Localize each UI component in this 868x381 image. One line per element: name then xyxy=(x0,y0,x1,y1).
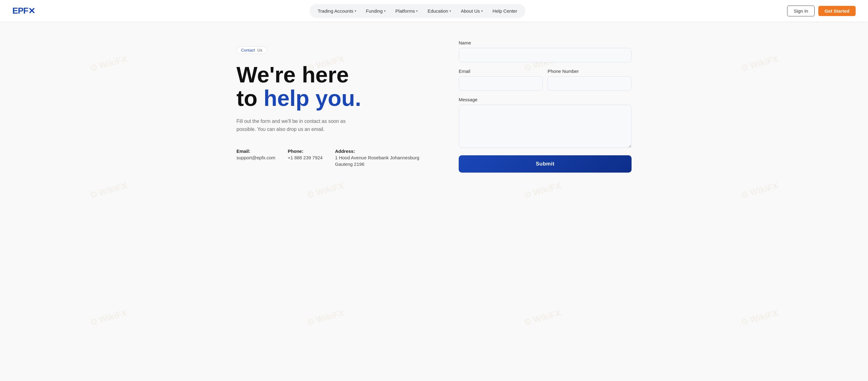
phone-input[interactable] xyxy=(548,76,631,91)
nav-center: Trading Accounts ▾ Funding ▾ Platforms ▾… xyxy=(48,4,787,18)
address-line1: 1 Hood Avenue Rosebank Johannesburg xyxy=(335,155,419,160)
hero-title-highlight: help you. xyxy=(264,86,361,111)
logo[interactable]: EPF✕ xyxy=(12,6,35,16)
breadcrumb-contact: Contact xyxy=(241,48,255,53)
name-field-group: Name xyxy=(459,40,631,62)
submit-button[interactable]: Submit xyxy=(459,155,631,173)
get-started-button[interactable]: Get Started xyxy=(818,6,856,16)
watermark-item: ⊙ WikiFX xyxy=(0,0,230,153)
nav-item-funding[interactable]: Funding ▾ xyxy=(362,6,390,16)
nav-right: Sign In Get Started xyxy=(787,5,856,17)
chevron-down-icon: ▾ xyxy=(355,9,356,13)
chevron-down-icon: ▾ xyxy=(481,9,483,13)
left-panel: Contact Us We're here to help you. Fill … xyxy=(237,40,434,173)
email-phone-row: Email Phone Number xyxy=(459,68,631,91)
message-field-group: Message xyxy=(459,97,631,149)
watermark-item: ⊙ WikiFX xyxy=(0,228,230,381)
nav-item-trading-accounts[interactable]: Trading Accounts ▾ xyxy=(313,6,360,16)
contact-address-item: Address: 1 Hood Avenue Rosebank Johannes… xyxy=(335,148,419,167)
nav-links-container: Trading Accounts ▾ Funding ▾ Platforms ▾… xyxy=(310,4,525,18)
chevron-down-icon: ▾ xyxy=(450,9,451,13)
contact-email-item: Email: support@epfx.com xyxy=(237,148,275,167)
breadcrumb: Contact Us xyxy=(237,46,267,54)
email-label: Email: xyxy=(237,148,275,154)
contact-form: Name Email Phone Number Message Submit xyxy=(459,40,631,173)
logo-text: EPF xyxy=(12,6,28,16)
hero-subtitle: Fill out the form and we'll be in contac… xyxy=(237,117,366,133)
watermark-item: ⊙ WikiFX xyxy=(421,228,664,381)
nav-item-about-us[interactable]: About Us ▾ xyxy=(457,6,487,16)
message-label: Message xyxy=(459,97,631,102)
nav-item-help-center[interactable]: Help Center xyxy=(488,6,522,16)
name-input[interactable] xyxy=(459,48,631,62)
chevron-down-icon: ▾ xyxy=(384,9,385,13)
main-content: Contact Us We're here to help you. Fill … xyxy=(218,22,650,197)
right-panel: Name Email Phone Number Message Submit xyxy=(459,40,631,173)
address-line2: Gauteng 2196 xyxy=(335,162,419,167)
phone-label: Phone Number xyxy=(548,68,631,74)
name-label: Name xyxy=(459,40,631,46)
watermark-item: ⊙ WikiFX xyxy=(204,228,447,381)
email-label: Email xyxy=(459,68,542,74)
hero-title: We're here to help you. xyxy=(237,63,434,110)
phone-label: Phone: xyxy=(288,148,322,154)
message-textarea[interactable] xyxy=(459,105,631,148)
watermark-item: ⊙ WikiFX xyxy=(0,101,230,280)
contact-info: Email: support@epfx.com Phone: +1 888 23… xyxy=(237,148,434,167)
watermark-item: ⊙ WikiFX xyxy=(638,101,868,280)
hero-title-line2-plain: to xyxy=(237,86,264,111)
watermark-item: ⊙ WikiFX xyxy=(638,0,868,153)
chevron-down-icon: ▾ xyxy=(416,9,417,13)
email-field-group: Email xyxy=(459,68,542,91)
nav-item-education[interactable]: Education ▾ xyxy=(423,6,455,16)
signin-button[interactable]: Sign In xyxy=(787,5,815,17)
contact-phone-item: Phone: +1 888 239 7924 xyxy=(288,148,322,167)
email-value: support@epfx.com xyxy=(237,155,275,160)
hero-title-line1: We're here xyxy=(237,62,349,87)
phone-value: +1 888 239 7924 xyxy=(288,155,322,160)
logo-x-icon: ✕ xyxy=(28,6,35,16)
phone-field-group: Phone Number xyxy=(548,68,631,91)
email-input[interactable] xyxy=(459,76,542,91)
breadcrumb-current: Us xyxy=(257,48,262,53)
navbar: EPF✕ Trading Accounts ▾ Funding ▾ Platfo… xyxy=(0,0,868,22)
address-label: Address: xyxy=(335,148,419,154)
watermark-item: ⊙ WikiFX xyxy=(638,228,868,381)
nav-item-platforms[interactable]: Platforms ▾ xyxy=(391,6,422,16)
